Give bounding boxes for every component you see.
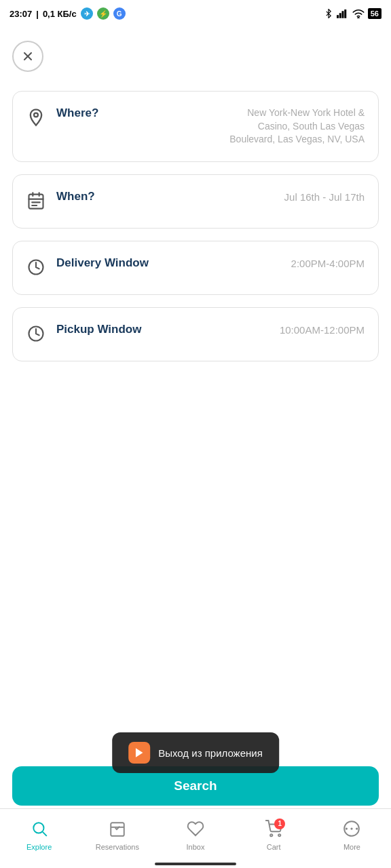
google-icon: G [113, 7, 126, 20]
search-button-label: Search [174, 778, 217, 793]
reservations-icon [109, 820, 126, 840]
status-network: | [36, 9, 39, 19]
status-right: 56 [324, 8, 381, 19]
delivery-content: Delivery Window 2:00PM-4:00PM [56, 256, 365, 271]
svg-point-23 [346, 827, 348, 829]
status-bar: 23:07 | 0,1 КБ/с ✈ ⚡ G 56 [0, 0, 391, 27]
delivery-clock-icon [26, 258, 45, 279]
svg-rect-3 [344, 9, 346, 18]
pickup-card[interactable]: Pickup Window 10:00AM-12:00PM [12, 307, 379, 361]
calendar-icon [26, 191, 45, 213]
status-left: 23:07 | 0,1 КБ/с ✈ ⚡ G [10, 7, 126, 20]
where-value: New York-New York Hotel & Casino, South … [215, 106, 365, 146]
delivery-card[interactable]: Delivery Window 2:00PM-4:00PM [12, 241, 379, 295]
svg-point-17 [33, 823, 43, 833]
signal-icon [337, 9, 349, 18]
cart-label: Cart [267, 843, 281, 851]
when-content: When? Jul 16th - Jul 17th [56, 190, 365, 204]
svg-point-24 [351, 827, 353, 829]
more-label: More [343, 843, 360, 851]
status-network-speed: 0,1 КБ/с [43, 9, 77, 19]
reservations-label: Reservations [96, 843, 139, 851]
toast-video-icon [128, 742, 150, 764]
svg-point-22 [278, 834, 280, 836]
pickup-value: 10:00AM-12:00PM [280, 323, 365, 337]
svg-marker-16 [136, 748, 143, 757]
where-content: Where? New York-New York Hotel & Casino,… [56, 106, 365, 146]
svg-line-18 [42, 831, 46, 835]
when-value: Jul 16th - Jul 17th [284, 190, 365, 204]
status-time: 23:07 [10, 9, 32, 19]
inbox-label: Inbox [187, 843, 205, 851]
nav-cart[interactable]: 1 Cart [235, 820, 313, 851]
toast-notification: Выход из приложения [112, 732, 279, 773]
pickup-label: Pickup Window [56, 323, 141, 336]
where-label: Where? [56, 106, 98, 120]
svg-rect-0 [337, 15, 339, 18]
svg-point-4 [358, 18, 359, 18]
inbox-icon [187, 820, 204, 840]
battery-icon: 56 [368, 8, 381, 19]
location-icon [26, 108, 45, 130]
nav-inbox[interactable]: Inbox [156, 820, 234, 851]
svg-point-7 [34, 113, 38, 117]
nav-explore[interactable]: Explore [0, 820, 78, 851]
telegram-icon: ✈ [81, 7, 93, 20]
svg-rect-1 [339, 13, 341, 18]
nav-reservations[interactable]: Reservations [78, 820, 156, 851]
other-icon: ⚡ [97, 7, 109, 20]
svg-point-21 [270, 834, 272, 836]
explore-label: Explore [26, 843, 52, 851]
svg-rect-8 [29, 194, 43, 208]
cart-badge: 1 [274, 818, 285, 829]
delivery-label: Delivery Window [56, 256, 149, 270]
when-card[interactable]: When? Jul 16th - Jul 17th [12, 174, 379, 229]
pickup-content: Pickup Window 10:00AM-12:00PM [56, 323, 365, 337]
bluetooth-icon [324, 9, 333, 18]
bottom-indicator [155, 863, 236, 865]
close-button[interactable] [12, 41, 43, 72]
when-label: When? [56, 190, 95, 203]
wifi-icon [352, 9, 365, 18]
more-icon [343, 820, 360, 840]
nav-more[interactable]: More [313, 820, 391, 851]
where-card[interactable]: Where? New York-New York Hotel & Casino,… [12, 91, 379, 162]
bottom-nav: Explore Reservations Inbox [0, 808, 391, 868]
svg-point-25 [356, 827, 358, 829]
pickup-clock-icon [26, 324, 45, 346]
delivery-value: 2:00PM-4:00PM [291, 256, 365, 271]
main-content: Where? New York-New York Hotel & Casino,… [0, 27, 391, 814]
svg-rect-2 [341, 11, 343, 18]
cart-icon: 1 [265, 820, 282, 840]
explore-icon [31, 820, 48, 840]
toast-text: Выход из приложения [158, 747, 263, 759]
